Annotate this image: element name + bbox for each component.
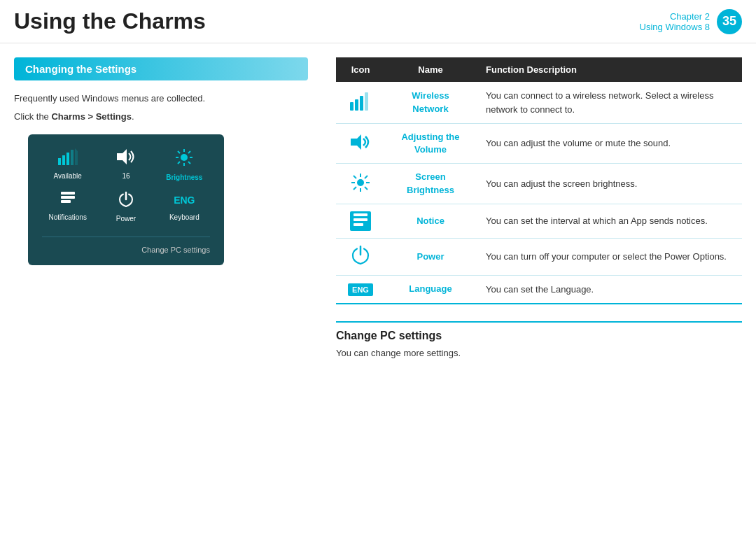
charm-item-brightness: Brightness — [159, 148, 210, 181]
chapter-sublabel: Using Windows 8 — [640, 22, 710, 32]
left-column: Changing the Settings Frequently used Wi… — [14, 57, 308, 518]
table-row: WirelessNetworkYou can connect to a wire… — [336, 82, 742, 124]
table-row: PowerYou can turn off your computer or s… — [336, 238, 742, 275]
table-cell-desc: You can adjust the volume or mute the so… — [476, 124, 742, 164]
charm-label-power: Power — [116, 215, 136, 223]
right-column: Icon Name Function Description WirelessN… — [336, 57, 742, 518]
table-desc-text: You can connect to a wireless network. S… — [486, 90, 713, 115]
table-name-text: Language — [395, 283, 466, 295]
charm-item-power: Power — [100, 191, 151, 223]
svg-marker-21 — [351, 134, 361, 150]
table-row: NoticeYou can set the interval at which … — [336, 204, 742, 238]
svg-rect-16 — [61, 200, 71, 203]
volume-table-icon — [351, 133, 370, 151]
charm-footer: Change PC settings — [42, 246, 210, 254]
power-icon-charm — [118, 191, 134, 211]
desc-text-1: Frequently used Windows menus are collec… — [14, 92, 308, 106]
main-content: Changing the Settings Frequently used Wi… — [0, 43, 756, 532]
table-desc-text: You can adjust the volume or mute the so… — [486, 138, 671, 148]
charms-settings-bold: Charms > Settings — [51, 111, 132, 122]
table-desc-text: You can adjust the screen brightness. — [486, 178, 637, 189]
notice-table-icon — [350, 211, 371, 231]
svg-rect-33 — [354, 223, 363, 226]
charm-divider — [42, 237, 210, 237]
svg-marker-4 — [117, 149, 127, 164]
settings-table: Icon Name Function Description WirelessN… — [336, 57, 742, 304]
table-cell-desc: You can set the interval at which an App… — [476, 204, 742, 238]
table-name-text: Adjusting theVolume — [395, 131, 466, 156]
svg-rect-20 — [365, 92, 368, 111]
svg-line-27 — [354, 176, 356, 178]
table-cell-name: Power — [385, 238, 476, 275]
charm-label-notifications: Notifications — [48, 213, 86, 221]
col-desc: Function Description — [476, 57, 742, 82]
volume-icon — [117, 148, 135, 168]
svg-rect-32 — [354, 218, 368, 221]
page-header: Using the Charms Chapter 2 Using Windows… — [0, 0, 756, 43]
table-name-text: ScreenBrightness — [395, 171, 466, 196]
table-cell-name: Notice — [385, 204, 476, 238]
svg-line-11 — [188, 162, 190, 164]
table-cell-name: Language — [385, 275, 476, 304]
svg-line-10 — [178, 151, 180, 153]
chapter-info: Chapter 2 Using Windows 8 35 — [640, 9, 742, 34]
table-name-text: WirelessNetwork — [395, 90, 466, 115]
table-cell-name: WirelessNetwork — [385, 82, 476, 124]
bottom-divider — [336, 321, 742, 323]
table-cell-icon — [336, 164, 385, 204]
desc-text-2: Click the Charms > Settings. — [14, 110, 308, 124]
table-cell-icon — [336, 238, 385, 275]
charm-label-available: Available — [53, 172, 81, 180]
wifi-table-icon — [350, 92, 371, 111]
table-desc-text: You can set the Language. — [486, 284, 594, 295]
table-cell-name: ScreenBrightness — [385, 164, 476, 204]
wifi-icon — [58, 148, 78, 168]
svg-line-29 — [365, 176, 368, 178]
brightness-table-icon — [351, 173, 370, 192]
table-cell-icon: ENG — [336, 275, 385, 304]
svg-rect-31 — [354, 213, 368, 216]
table-cell-icon — [336, 124, 385, 164]
charm-grid: Available 16 — [42, 148, 210, 223]
chapter-label: Chapter 2 — [640, 11, 710, 22]
power-table-icon — [351, 246, 370, 265]
svg-rect-17 — [350, 102, 354, 111]
section-header: Changing the Settings — [14, 57, 308, 80]
svg-rect-15 — [61, 196, 75, 199]
svg-rect-0 — [58, 158, 61, 165]
page-title: Using the Charms — [14, 8, 206, 34]
svg-rect-2 — [66, 153, 69, 165]
table-cell-desc: You can connect to a wireless network. S… — [476, 82, 742, 124]
svg-line-12 — [188, 151, 190, 153]
eng-table-icon: ENG — [348, 283, 373, 296]
charm-item-notifications: Notifications — [42, 191, 93, 223]
chapter-number: 35 — [717, 9, 742, 34]
charm-label-keyboard: Keyboard — [169, 213, 200, 221]
table-cell-icon — [336, 82, 385, 124]
table-desc-text: You can turn off your computer or select… — [486, 251, 727, 262]
svg-rect-1 — [62, 155, 65, 165]
chapter-text: Chapter 2 Using Windows 8 — [640, 11, 710, 32]
notifications-icon — [60, 191, 76, 209]
charm-label-brightness: Brightness — [166, 174, 202, 181]
col-icon: Icon — [336, 57, 385, 82]
svg-rect-3 — [71, 150, 74, 165]
table-cell-desc: You can set the Language. — [476, 275, 742, 304]
table-row: ENGLanguageYou can set the Language. — [336, 275, 742, 304]
svg-rect-19 — [360, 96, 363, 111]
bottom-title: Change PC settings — [336, 330, 742, 342]
charm-label-volume: 16 — [122, 172, 130, 180]
svg-line-30 — [354, 187, 356, 190]
bottom-text: You can change more settings. — [336, 346, 742, 360]
table-name-text: Notice — [395, 215, 466, 227]
svg-line-28 — [365, 187, 368, 190]
brightness-icon — [175, 148, 193, 169]
table-cell-desc: You can adjust the screen brightness. — [476, 164, 742, 204]
svg-rect-18 — [355, 99, 358, 111]
table-cell-icon — [336, 204, 385, 238]
table-name-text: Power — [395, 251, 466, 263]
svg-rect-14 — [61, 192, 75, 195]
charm-item-volume: 16 — [100, 148, 151, 181]
table-header-row: Icon Name Function Description — [336, 57, 742, 82]
charm-panel: Available 16 — [28, 134, 224, 265]
